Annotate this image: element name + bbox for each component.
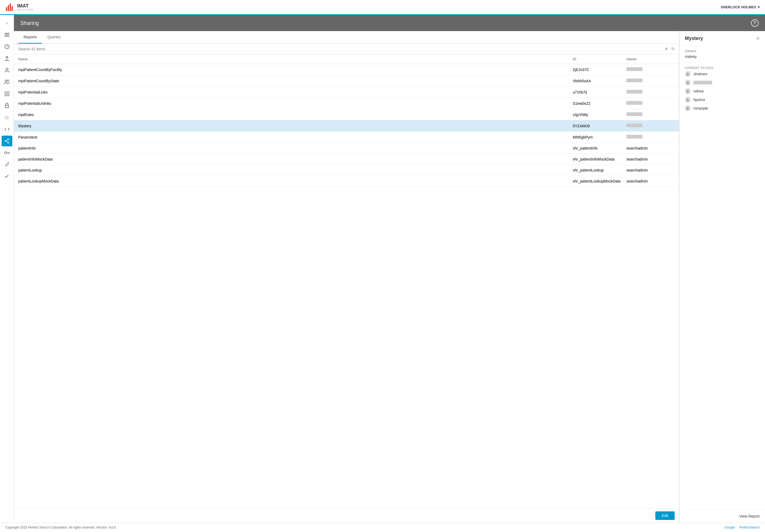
copyright-text: Copyright 2025 Perfect Search Corporatio… <box>5 526 116 529</box>
sidebar-item-lock[interactable] <box>2 100 12 111</box>
detail-close-button[interactable]: × <box>756 35 760 42</box>
table-row-selected[interactable]: Mystery 5YZ4AKi9 <box>14 120 679 132</box>
svg-line-23 <box>6 141 8 142</box>
content-header: Sharing ? <box>14 15 765 31</box>
sidebar-item-grid[interactable] <box>2 88 12 99</box>
svg-rect-1 <box>8 5 9 11</box>
detail-title: Mystery <box>685 36 703 41</box>
row-id: u71hb7ij <box>573 90 626 94</box>
user-menu[interactable]: SHERLOCK HOLMES ▾ <box>721 5 760 9</box>
sidebar-item-menu[interactable] <box>2 29 12 40</box>
svg-rect-2 <box>10 3 11 11</box>
edit-button[interactable]: Edit <box>655 511 675 520</box>
data-table: mpiPatientCountByFacility ZjEJo37C mpiPa… <box>14 64 679 508</box>
row-name: mpiPotentialUnlinks <box>18 101 573 106</box>
footer-links: Google PerfectSearch <box>724 526 760 529</box>
search-bar: ✕ ↻ <box>14 44 679 54</box>
access-item: ndrew <box>685 88 760 94</box>
access-item: mmarple <box>685 105 760 111</box>
svg-point-20 <box>8 142 9 143</box>
access-username-blurred <box>693 81 712 84</box>
top-nav: IMAT SOLUTIONS SHERLOCK HOLMES ▾ <box>0 0 765 15</box>
sidebar-item-code[interactable]: {} <box>2 112 12 123</box>
svg-point-28 <box>687 73 689 74</box>
sidebar-item-clock[interactable] <box>2 41 12 52</box>
sidebar-item-share[interactable] <box>2 136 12 146</box>
row-owner: searchadmin <box>626 146 675 150</box>
sidebar-item-check[interactable] <box>2 171 12 182</box>
sidebar-item-upload[interactable] <box>2 53 12 64</box>
row-id: Vb9A5oA4 <box>573 79 626 83</box>
detail-owner-section: OWNER malvey <box>679 46 765 63</box>
sidebar-item-user[interactable] <box>2 65 12 76</box>
footer: Copyright 2025 Perfect Search Corporatio… <box>0 523 765 532</box>
search-input[interactable] <box>18 47 664 51</box>
svg-rect-17 <box>8 94 9 96</box>
logo-icon <box>5 2 15 12</box>
table-row[interactable]: patientInfoMockData vhr_patientInfoMockD… <box>14 154 679 165</box>
table-row[interactable]: patientLookupMockData vhr_patientLookupM… <box>14 176 679 187</box>
detail-footer: View Report <box>679 509 765 523</box>
svg-point-32 <box>687 107 689 109</box>
edit-btn-row: Edit <box>14 508 679 523</box>
table-row[interactable]: mpiPotentialLinks u71hb7ij <box>14 87 679 98</box>
row-owner: searchadmin <box>626 157 675 161</box>
sidebar-item-key[interactable] <box>2 147 12 158</box>
access-item <box>685 80 760 86</box>
svg-rect-10 <box>5 60 9 61</box>
row-id: vhr_patientLookupMockData <box>573 179 626 183</box>
row-id: ZjEJo37C <box>573 68 626 72</box>
row-id: MM5gbPym <box>573 135 626 139</box>
table-row[interactable]: patientInfo vhr_patientInfo searchadmin <box>14 143 679 154</box>
view-report-link[interactable]: View Report <box>739 514 760 518</box>
perfectsearch-link[interactable]: PerfectSearch <box>739 526 760 529</box>
row-owner <box>626 112 675 117</box>
svg-line-22 <box>6 140 8 141</box>
detail-header: Mystery × <box>679 31 765 46</box>
username-label: SHERLOCK HOLMES <box>721 5 756 9</box>
page-title: Sharing <box>20 20 39 26</box>
svg-point-12 <box>5 80 7 82</box>
svg-rect-0 <box>6 7 7 11</box>
row-id: vhr_patientLookup <box>573 168 626 172</box>
tab-queries[interactable]: Queries <box>42 31 66 44</box>
table-row[interactable]: mpiPatientCountByState Vb9A5oA4 <box>14 75 679 87</box>
row-id: S1ew0vZ2 <box>573 101 626 106</box>
svg-rect-14 <box>5 92 6 93</box>
row-owner <box>626 101 675 106</box>
google-link[interactable]: Google <box>724 526 735 529</box>
col-header-id: ID <box>573 57 626 61</box>
logo: IMAT SOLUTIONS <box>5 2 34 12</box>
refresh-button[interactable]: ↻ <box>671 46 675 51</box>
table-row[interactable]: mpiPotentialUnlinks S1ew0vZ2 <box>14 98 679 109</box>
table-row[interactable]: Paramstest MM5gbPym <box>14 132 679 143</box>
sidebar-item-dev[interactable] <box>2 124 12 135</box>
logo-text: IMAT SOLUTIONS <box>17 3 34 11</box>
row-name: Mystery <box>18 124 573 128</box>
clear-search-button[interactable]: ✕ <box>664 46 668 51</box>
body-area: Reports Queries ✕ ↻ Name ID Owner <box>14 31 765 523</box>
col-header-owner: Owner <box>626 57 675 61</box>
user-avatar <box>685 105 691 111</box>
svg-rect-4 <box>5 33 9 34</box>
row-owner <box>626 90 675 94</box>
table-row[interactable]: patientLookup vhr_patientLookup searchad… <box>14 165 679 176</box>
sidebar-item-wrench[interactable] <box>2 159 12 170</box>
row-name: patientLookup <box>18 168 573 172</box>
row-name: patientInfoMockData <box>18 157 573 161</box>
access-username: sholmes <box>693 72 707 76</box>
sidebar-item-expand[interactable]: › <box>2 18 12 28</box>
sidebar-item-users[interactable] <box>2 77 12 87</box>
access-list: sholmes ndrew <box>685 71 760 111</box>
row-owner <box>626 135 675 139</box>
access-label: CURRENT ACCESS <box>685 67 760 69</box>
svg-rect-18 <box>5 105 9 108</box>
access-item: sholmes <box>685 71 760 77</box>
table-row[interactable]: mpiRules UijyVN8y <box>14 109 679 120</box>
user-avatar <box>685 88 691 94</box>
tab-reports[interactable]: Reports <box>18 31 42 44</box>
row-name: mpiRules <box>18 113 573 117</box>
table-row[interactable]: mpiPatientCountByFacility ZjEJo37C <box>14 64 679 75</box>
row-id: UijyVN8y <box>573 113 626 117</box>
help-button[interactable]: ? <box>751 19 759 27</box>
